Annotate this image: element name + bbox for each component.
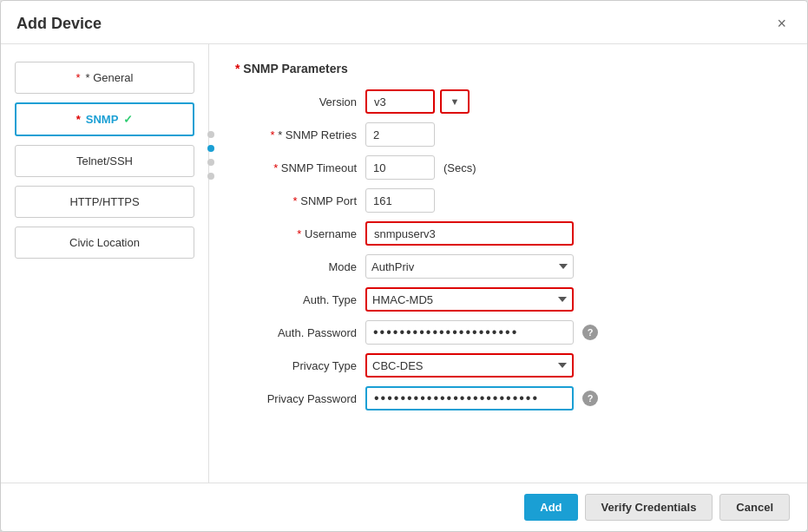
retries-input[interactable] — [365, 122, 435, 147]
main-content: * SNMP Parameters Version ▼ * * SNMP Ret… — [209, 44, 807, 483]
username-row: * Username — [235, 221, 781, 246]
snmp-check-icon: ✓ — [123, 113, 133, 126]
dialog-header: Add Device × — [1, 1, 807, 44]
timeout-label: * SNMP Timeout — [235, 161, 357, 174]
privacy-password-help-icon[interactable]: ? — [582, 391, 598, 406]
auth-type-select[interactable]: HMAC-MD5 HMAC-SHA — [365, 287, 574, 312]
sidebar: * * General * SNMP ✓ Telnet/SSH HTTP/HTT… — [1, 44, 209, 483]
privacy-type-row: Privacy Type CBC-DES CFB-AES-128 — [235, 353, 781, 378]
sidebar-item-civic-location[interactable]: Civic Location — [15, 227, 194, 259]
verify-credentials-button[interactable]: Verify Credentials — [585, 494, 713, 521]
sidebar-item-http-https[interactable]: HTTP/HTTPS — [15, 186, 194, 218]
sidebar-item-telnet-ssh[interactable]: Telnet/SSH — [15, 145, 194, 177]
general-required-star: * — [76, 71, 81, 84]
privacy-type-label: Privacy Type — [235, 359, 357, 372]
close-button[interactable]: × — [772, 13, 792, 35]
port-label: * SNMP Port — [235, 194, 357, 207]
dialog-footer: Add Verify Credentials Cancel — [1, 483, 807, 531]
privacy-password-input[interactable] — [365, 386, 574, 410]
privacy-type-select[interactable]: CBC-DES CFB-AES-128 — [365, 353, 574, 378]
secs-label: (Secs) — [443, 161, 476, 174]
sidebar-item-general-label: * General — [86, 71, 134, 84]
timeout-row: * SNMP Timeout (Secs) — [235, 155, 781, 180]
version-label: Version — [235, 95, 357, 108]
mode-select[interactable]: AuthPriv AuthNoPriv NoAuthNoPriv — [365, 254, 574, 279]
auth-password-input[interactable] — [365, 320, 574, 345]
username-label: * Username — [235, 227, 357, 240]
add-button[interactable]: Add — [524, 494, 577, 521]
retries-row: * * SNMP Retries — [235, 122, 781, 147]
sidebar-item-snmp[interactable]: * SNMP ✓ — [15, 102, 194, 136]
version-row: Version ▼ — [235, 89, 781, 114]
sidebar-item-civic-location-label: Civic Location — [69, 236, 140, 249]
auth-password-row: Auth. Password ? — [235, 320, 781, 345]
section-title: * SNMP Parameters — [235, 62, 781, 76]
version-input[interactable] — [365, 89, 435, 114]
privacy-password-row: Privacy Password ? — [235, 386, 781, 410]
cancel-button[interactable]: Cancel — [719, 494, 790, 521]
dialog-title: Add Device — [16, 15, 102, 33]
port-input[interactable] — [365, 188, 435, 213]
form-grid: Version ▼ * * SNMP Retries * — [235, 89, 781, 410]
username-input[interactable] — [365, 221, 574, 246]
dialog-body: * * General * SNMP ✓ Telnet/SSH HTTP/HTT… — [1, 44, 807, 483]
auth-password-label: Auth. Password — [235, 326, 357, 339]
dot-3 — [207, 159, 214, 166]
sidebar-item-snmp-label: SNMP — [86, 113, 119, 126]
dot-4 — [207, 173, 214, 180]
mode-row: Mode AuthPriv AuthNoPriv NoAuthNoPriv — [235, 254, 781, 279]
step-dots — [207, 131, 214, 180]
auth-password-help-icon[interactable]: ? — [582, 325, 598, 340]
add-device-dialog: Add Device × * * General * SNMP ✓ Telnet… — [0, 0, 808, 532]
sidebar-item-telnet-ssh-label: Telnet/SSH — [76, 154, 133, 167]
port-row: * SNMP Port — [235, 188, 781, 213]
snmp-required-star: * — [76, 113, 81, 126]
version-dropdown-btn[interactable]: ▼ — [440, 89, 470, 114]
auth-type-label: Auth. Type — [235, 293, 357, 306]
sidebar-item-general[interactable]: * * General — [15, 62, 194, 94]
dot-1 — [207, 131, 214, 138]
mode-label: Mode — [235, 260, 357, 273]
retries-label: * * SNMP Retries — [235, 128, 357, 141]
privacy-password-label: Privacy Password — [235, 392, 357, 405]
auth-type-row: Auth. Type HMAC-MD5 HMAC-SHA — [235, 287, 781, 312]
sidebar-item-http-https-label: HTTP/HTTPS — [69, 195, 139, 208]
version-group: ▼ — [365, 89, 470, 114]
dot-2 — [207, 145, 214, 152]
timeout-input[interactable] — [365, 155, 435, 180]
